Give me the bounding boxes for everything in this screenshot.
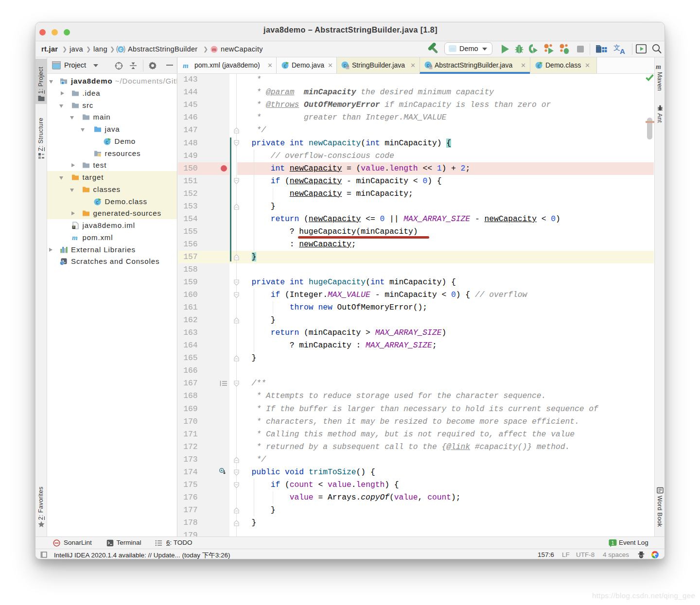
svg-text:A: A bbox=[620, 47, 625, 55]
svg-text:m: m bbox=[212, 47, 216, 52]
svg-text:c: c bbox=[538, 63, 540, 69]
svg-text:m: m bbox=[72, 234, 78, 242]
svg-text:m: m bbox=[183, 62, 189, 69]
svg-text:1: 1 bbox=[612, 540, 614, 546]
svg-text:c: c bbox=[284, 63, 286, 69]
svg-text:c: c bbox=[120, 47, 122, 52]
svg-text:c: c bbox=[344, 63, 346, 68]
svg-text:文: 文 bbox=[613, 44, 620, 52]
svg-text:c: c bbox=[427, 63, 429, 68]
